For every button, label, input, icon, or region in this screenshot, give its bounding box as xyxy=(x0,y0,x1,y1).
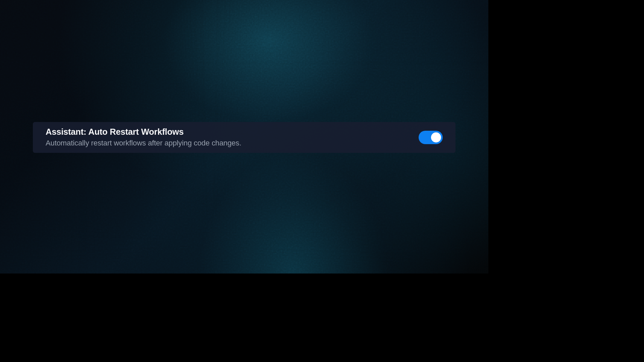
setting-description: Automatically restart workflows after ap… xyxy=(46,138,241,148)
toggle-knob xyxy=(431,132,441,142)
setting-title: Assistant: Auto Restart Workflows xyxy=(46,127,241,137)
settings-text-group: Assistant: Auto Restart Workflows Automa… xyxy=(46,127,241,148)
settings-row-auto-restart-workflows: Assistant: Auto Restart Workflows Automa… xyxy=(33,122,455,153)
toggle-auto-restart-workflows[interactable] xyxy=(419,131,443,144)
